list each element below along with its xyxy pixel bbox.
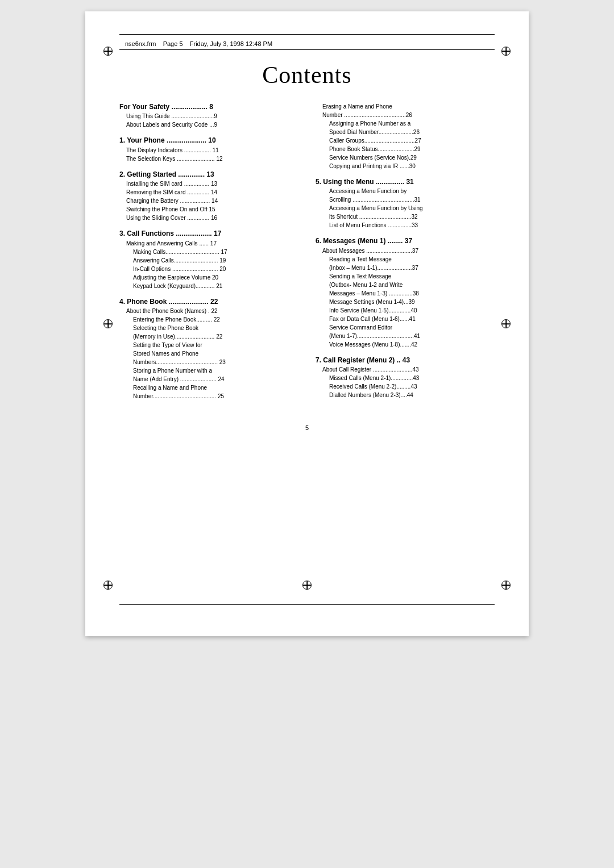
toc-sub-memory: (Memory in Use).........................… <box>119 332 298 341</box>
toc-section-messages: 6. Messages (Menu 1) ........ 37 About M… <box>316 236 495 348</box>
toc-sub-charging: Charging the Battery ...................… <box>119 197 298 205</box>
toc-sub-fax-data: Fax or Data Call (Menu 1-6)......41 <box>316 315 495 323</box>
reg-mark-bottom-left <box>102 579 114 591</box>
header-line: nse6nx.frm Page 5 Friday, July 3, 1998 1… <box>119 40 495 47</box>
toc-right-column: Erasing a Name and Phone Number ........… <box>316 102 495 407</box>
toc-sub-reading-text: Reading a Text Message <box>316 255 495 264</box>
toc-sub-dialled: Dialled Numbers (Menu 2-3)....44 <box>316 391 495 399</box>
toc-sub-numbers: Numbers.................................… <box>119 358 298 366</box>
toc-main-call-functions: 3. Call Functions ................... 17 <box>119 229 298 239</box>
toc-sub-number-25: Number..................................… <box>119 392 298 400</box>
toc-section-call-functions: 3. Call Functions ................... 17… <box>119 229 298 290</box>
toc-sub-service-cmd: Service Command Editor <box>316 323 495 332</box>
toc-container: For Your Safety ................... 8 Us… <box>119 102 495 407</box>
toc-sub-received-calls: Received Calls (Menu 2-2).........43 <box>316 382 495 391</box>
date-info: Friday, July 3, 1998 12:48 PM <box>190 40 272 47</box>
toc-sub-sending-text: Sending a Text Message <box>316 272 495 281</box>
toc-sub-inbox: (Inbox – Menu 1-1)......................… <box>316 264 495 272</box>
toc-sub-scrolling: Scrolling ..............................… <box>316 195 495 204</box>
reg-mark-bottom-right <box>500 579 512 591</box>
toc-main-getting-started: 2. Getting Started .............. 13 <box>119 170 298 180</box>
toc-sub-selection: The Selection Keys .....................… <box>119 155 298 163</box>
toc-sub-answering: Answering Calls.........................… <box>119 256 298 265</box>
filename: nse6nx.frm <box>125 40 156 47</box>
toc-sub-selecting-book: Selecting the Phone Book <box>119 324 298 332</box>
toc-sub-shortcut: its Shortcut ...........................… <box>316 212 495 221</box>
toc-section-your-phone: 1. Your Phone ..................... 10 T… <box>119 136 298 162</box>
toc-main-call-register: 7. Call Register (Menu 2) .. 43 <box>316 356 495 365</box>
toc-left-column: For Your Safety ................... 8 Us… <box>119 102 298 407</box>
reg-mark-top-left <box>102 45 114 57</box>
toc-section-phone-book: 4. Phone Book ..................... 22 A… <box>119 297 298 400</box>
toc-main-your-phone: 1. Your Phone ..................... 10 <box>119 136 298 145</box>
toc-sub-sliding: Using the Sliding Cover .............. 1… <box>119 214 298 222</box>
toc-sub-number-26: Number .................................… <box>316 111 495 119</box>
page-info: Page 5 <box>163 40 183 47</box>
toc-sub-access-scroll: Accessing a Menu Function by <box>316 187 495 195</box>
toc-section-menu: 5. Using the Menu ............... 31 Acc… <box>316 177 495 229</box>
toc-main-phone-book: 4. Phone Book ..................... 22 <box>119 297 298 307</box>
toc-sub-list-functions: List of Menu Functions ...............33 <box>316 221 495 229</box>
reg-mark-mid-left <box>102 318 114 329</box>
toc-sub-about-messages: About Messages .........................… <box>316 247 495 255</box>
toc-sub-voice-messages: Voice Messages (Menu 1-8).......42 <box>316 340 495 349</box>
toc-section-safety: For Your Safety ................... 8 Us… <box>119 102 298 129</box>
toc-section-call-register: 7. Call Register (Menu 2) .. 43 About Ca… <box>316 356 495 399</box>
toc-sub-erasing: Erasing a Name and Phone <box>316 102 495 111</box>
toc-section-getting-started: 2. Getting Started .............. 13 Ins… <box>119 170 298 222</box>
toc-sub-removing-sim: Removing the SIM card .............. 14 <box>119 188 298 197</box>
toc-sub-msg-settings: Message Settings (Menu 1-4)...39 <box>316 298 495 306</box>
toc-sub-book-status: Phone Book Status.......................… <box>316 145 495 153</box>
toc-sub-info-service: Info Service (Menu 1-5)..............40 <box>316 306 495 315</box>
toc-sub-type-view: Setting the Type of View for <box>119 341 298 349</box>
toc-sub-entering: Entering the Phone Book.......... 22 <box>119 315 298 324</box>
toc-sub-caller-groups: Caller Groups...........................… <box>316 136 495 145</box>
toc-sub-copying-ir: Copying and Printing via IR ......30 <box>316 162 495 170</box>
toc-sub-display: The Display Indicators .................… <box>119 146 298 155</box>
toc-sub-stored-names: Stored Names and Phone <box>119 349 298 358</box>
toc-sub-storing: Storing a Phone Number with a <box>119 366 298 375</box>
reg-mark-top-right <box>500 45 512 57</box>
page-footer: 5 <box>119 424 495 431</box>
page: nse6nx.frm Page 5 Friday, July 3, 1998 1… <box>85 11 529 636</box>
toc-sub-speed-dial-num: Speed Dial Number......................2… <box>316 128 495 136</box>
toc-sub-installing-sim: Installing the SIM card ................… <box>119 180 298 188</box>
toc-sub-earpiece: Adjusting the Earpiece Volume 20 <box>119 273 298 282</box>
page-title: Contents <box>119 61 495 89</box>
toc-sub-incall: In-Call Options ........................… <box>119 265 298 273</box>
toc-sub-labels: About Labels and Security Code ...9 <box>119 120 298 129</box>
toc-main-menu: 5. Using the Menu ............... 31 <box>316 177 495 187</box>
reg-mark-bottom-mid <box>301 579 313 591</box>
toc-sub-menu-17: (Menu 1-7)..............................… <box>316 332 495 340</box>
toc-sub-speed-dial: Assigning a Phone Number as a <box>316 119 495 128</box>
reg-mark-mid-right <box>500 318 512 329</box>
toc-main-messages: 6. Messages (Menu 1) ........ 37 <box>316 236 495 246</box>
toc-sub-service-nos: Service Numbers (Service Nos).29 <box>316 153 495 162</box>
toc-sub-keypad: Keypad Lock (Keyguard)............ 21 <box>119 282 298 290</box>
toc-sub-switching: Switching the Phone On and Off 15 <box>119 205 298 214</box>
toc-sub-missed-calls: Missed Calls (Menu 2-1)..............43 <box>316 374 495 382</box>
toc-main-safety: For Your Safety ................... 8 <box>119 102 298 112</box>
toc-sub-recalling: Recalling a Name and Phone <box>119 383 298 392</box>
toc-sub-making-answering: Making and Answering Calls ...... 17 <box>119 239 298 248</box>
toc-section-erasing: Erasing a Name and Phone Number ........… <box>316 102 495 170</box>
toc-sub-making-calls: Making Calls............................… <box>119 248 298 256</box>
toc-sub-write-messages: Messages – Menu 1-3) ...............38 <box>316 289 495 298</box>
toc-sub-outbox: (Outbox- Menu 1-2 and Write <box>316 281 495 289</box>
toc-sub-name-entry: Name (Add Entry) .......................… <box>119 375 298 383</box>
toc-sub-about-phonebook: About the Phone Book (Names) . 22 <box>119 307 298 315</box>
toc-sub-access-shortcut: Accessing a Menu Function by Using <box>316 204 495 212</box>
footer-page-number: 5 <box>305 424 309 431</box>
toc-sub-about-register: About Call Register ....................… <box>316 365 495 374</box>
toc-sub-using-guide: Using This Guide .......................… <box>119 112 298 120</box>
